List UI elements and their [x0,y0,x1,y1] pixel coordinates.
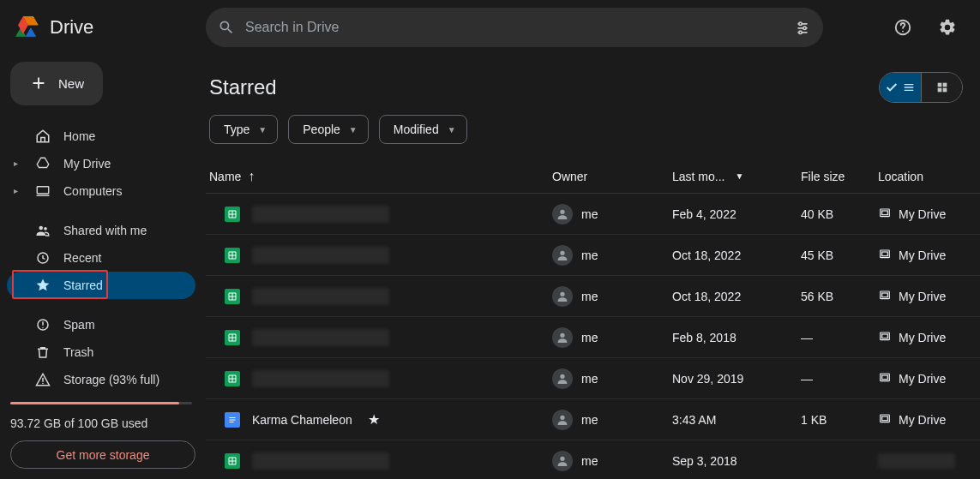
col-owner[interactable]: Owner [552,170,672,183]
search-options-icon[interactable] [794,19,811,36]
get-more-storage-button[interactable]: Get more storage [10,440,195,469]
redacted-filename [252,370,389,387]
avatar [552,204,573,225]
search-input[interactable] [245,20,784,35]
expand-icon[interactable]: ▸ [14,186,22,195]
svg-point-26 [560,291,564,296]
sidebar: New Home ▸ My Drive ▸ Computers [0,55,206,479]
svg-point-20 [560,209,564,213]
caret-down-icon: ▼ [258,125,267,135]
new-button[interactable]: New [10,62,103,105]
sidebar-item-spam[interactable]: Spam [7,311,195,338]
cell-owner: me [552,451,672,471]
view-grid-button[interactable] [921,73,962,102]
logo[interactable]: Drive [10,13,199,42]
sidebar-item-recent[interactable]: Recent [7,244,195,272]
svg-rect-25 [882,252,888,256]
svg-point-35 [560,415,564,419]
filter-people[interactable]: People▼ [288,115,369,144]
avatar [552,410,573,430]
cell-name: Karma Chameleon★ [209,411,552,428]
home-icon [35,129,51,144]
cell-owner: me [552,286,672,307]
table-row[interactable]: meSep 3, 2018 [206,440,980,479]
table-row[interactable]: Karma Chameleon★me3:43 AM1 KBMy Drive [206,399,980,440]
sidebar-item-starred[interactable]: Starred [7,272,195,299]
redacted-filename [252,247,389,264]
cell-modified: Oct 18, 2022 [672,248,801,262]
plus-icon [29,74,48,93]
help-button[interactable] [886,10,920,45]
file-table: Name↑ Owner Last mo...▼ File size Locati… [206,159,980,479]
gear-icon [938,18,957,37]
trash-icon [35,344,51,360]
owner-text: me [581,248,598,262]
topbar: Drive [0,0,980,55]
caret-down-icon: ▼ [448,125,456,135]
settings-button[interactable] [930,10,965,45]
cell-modified: Sep 3, 2018 [672,454,801,468]
cell-name [209,370,552,387]
chip-label: Modified [394,123,439,136]
svg-point-11 [44,227,47,231]
cell-owner: me [552,245,672,266]
drive-logo-icon [14,13,43,42]
filter-modified[interactable]: Modified▼ [379,115,467,144]
svg-rect-17 [942,83,947,87]
drive-icon [35,156,51,171]
sidebar-item-trash[interactable]: Trash [7,338,195,366]
view-toggle [879,72,963,103]
location-text: My Drive [899,248,946,262]
view-list-button[interactable] [880,73,921,102]
filter-type[interactable]: Type▼ [209,115,278,144]
location-icon [878,247,892,263]
sidebar-item-computers[interactable]: ▸ Computers [7,177,195,205]
docs-file-icon [225,412,240,428]
table-row[interactable]: meFeb 8, 2018—My Drive [206,317,980,358]
owner-text: me [581,331,598,344]
top-icons [886,10,970,45]
list-icon [902,81,916,94]
redacted-filename [252,288,389,305]
svg-point-38 [560,456,564,460]
search-bar[interactable] [206,8,823,47]
sidebar-item-shared[interactable]: Shared with me [7,217,195,244]
cell-name [209,329,552,346]
table-row[interactable]: meNov 29, 2019—My Drive [206,358,980,399]
help-icon [893,18,912,37]
table-row[interactable]: meOct 18, 202256 KBMy Drive [206,276,980,317]
svg-point-29 [560,332,564,337]
redacted-filename [252,452,389,470]
page-title: Starred [209,75,277,99]
sidebar-item-home[interactable]: Home [7,123,195,150]
svg-point-4 [799,22,802,25]
svg-rect-9 [37,186,49,193]
sidebar-item-storage[interactable]: Storage (93% full) [7,366,195,393]
sidebar-item-label: Home [63,129,95,143]
search-icon [218,19,235,36]
cell-size: — [801,372,878,386]
col-name[interactable]: Name↑ [209,169,552,184]
location-text: My Drive [899,207,946,221]
app-name: Drive [50,16,93,39]
svg-rect-28 [882,293,888,297]
table-row[interactable]: meOct 18, 202245 KBMy Drive [206,235,980,276]
svg-rect-31 [882,334,888,338]
cell-modified: Feb 4, 2022 [672,207,801,221]
cell-location: My Drive [878,370,966,386]
col-location[interactable]: Location [878,170,966,183]
table-row[interactable]: meFeb 4, 202240 KBMy Drive [206,194,980,235]
col-modified[interactable]: Last mo...▼ [672,170,801,183]
redacted-filename [252,206,389,223]
spam-icon [35,317,51,332]
cell-owner: me [552,327,672,348]
owner-text: me [581,207,598,221]
sidebar-item-my-drive[interactable]: ▸ My Drive [7,150,195,177]
caret-down-icon: ▼ [349,125,358,135]
new-button-label: New [58,76,84,91]
col-size[interactable]: File size [801,170,878,183]
computers-icon [35,183,51,199]
cloud-icon [35,372,51,387]
expand-icon[interactable]: ▸ [14,159,22,168]
clock-icon [35,250,51,266]
